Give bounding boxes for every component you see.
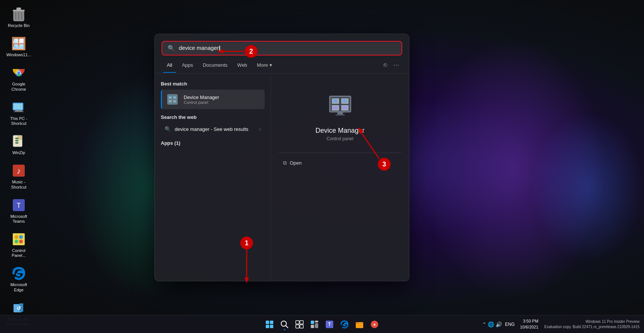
search-results: Best match [155, 76, 409, 281]
svg-rect-82 [356, 322, 359, 324]
svg-rect-10 [13, 104, 22, 110]
tab-more[interactable]: More ▾ [253, 61, 276, 69]
divider [279, 153, 401, 153]
results-left: Best match [155, 76, 271, 281]
web-search-arrow: › [259, 126, 261, 132]
svg-rect-71 [296, 321, 299, 324]
desktop-icon-control-panel[interactable]: Control Panel... [4, 229, 34, 261]
store-taskbar-button[interactable]: ● [368, 318, 381, 331]
desktop-icon-this-pc[interactable]: This PC - Shortcut [4, 97, 34, 129]
teams-taskbar-button[interactable]: T [323, 318, 336, 331]
this-pc-icon [11, 100, 26, 115]
svg-rect-41 [169, 100, 172, 102]
svg-point-8 [17, 71, 20, 74]
volume-icon[interactable]: 🔊 [496, 321, 502, 327]
edge-taskbar-button[interactable] [338, 318, 351, 331]
start-menu: 🔍 device manager All Apps Documents Web … [154, 34, 409, 281]
lang-indicator[interactable]: ENG [505, 322, 515, 327]
windows11-label: Windows11... [6, 52, 31, 57]
chrome-icon [11, 65, 26, 80]
search-bar[interactable]: 🔍 device manager [162, 41, 402, 56]
svg-rect-73 [296, 325, 299, 328]
svg-point-24 [19, 235, 23, 239]
svg-point-52 [343, 99, 346, 102]
svg-text:♪: ♪ [17, 166, 21, 176]
chrome-label: Google Chrome [5, 82, 32, 92]
tray-icons: ⌃ 🌐 🔊 [482, 321, 502, 327]
control-panel-label: Control Panel... [5, 248, 32, 258]
svg-point-23 [15, 235, 18, 239]
winzip-label: WinZip [12, 150, 25, 155]
clock-area[interactable]: 3:50 PM 10/6/2021 [517, 318, 538, 330]
windows11-icon: 🪟 [11, 36, 26, 51]
search-input-value[interactable]: device manager [179, 45, 396, 51]
start-button[interactable] [263, 318, 276, 331]
svg-rect-56 [335, 114, 345, 116]
teams-label: Microsoft Teams [5, 214, 32, 224]
web-search-icon: 🔍 [165, 126, 171, 132]
control-panel-icon [11, 232, 26, 247]
taskbar: T ● [0, 315, 644, 333]
desktop-icon-edge[interactable]: Microsoft Edge [4, 263, 34, 295]
svg-rect-78 [315, 323, 318, 328]
win-build-text: Evaluation copy. Build 22471.rs_prerelea… [544, 324, 640, 330]
svg-point-43 [169, 97, 171, 98]
search-button[interactable] [278, 318, 291, 331]
desktop-icon-teams[interactable]: T Microsoft Teams [4, 195, 34, 227]
desktop-icon-windows11[interactable]: 🪟 Windows11... [4, 33, 34, 60]
desktop-icon-chrome[interactable]: Google Chrome [4, 62, 34, 94]
filter-tabs-right: ⎋ ⋯ [382, 60, 401, 70]
backup-icon: ↺ [11, 300, 26, 315]
web-search-text: device manager - See web results [175, 126, 255, 132]
desktop: Recycle Bin 🪟 Windows11... Google Chrome [0, 0, 644, 333]
svg-rect-2 [16, 8, 21, 10]
device-manager-small-icon [166, 93, 179, 106]
open-icon: ⧉ [283, 160, 287, 166]
desktop-icon-winzip[interactable]: WinZip [4, 131, 34, 158]
widgets-button[interactable] [308, 318, 321, 331]
tab-apps[interactable]: Apps [178, 61, 197, 69]
svg-point-26 [19, 240, 23, 243]
svg-line-70 [286, 326, 288, 328]
network-icon[interactable]: 🌐 [488, 321, 494, 327]
web-search-item[interactable]: 🔍 device manager - See web results › [161, 123, 265, 135]
results-right: Device Manager Control panel ⧉ Open [271, 76, 409, 281]
chevron-up-icon[interactable]: ⌃ [482, 322, 486, 327]
tab-all[interactable]: All [163, 61, 176, 69]
file-explorer-button[interactable] [353, 318, 366, 331]
bg-glow-blue [532, 112, 644, 262]
svg-rect-76 [315, 321, 318, 322]
winzip-icon [11, 134, 26, 149]
svg-text:T: T [17, 202, 21, 209]
taskbar-right: ⌃ 🌐 🔊 ENG 3:50 PM 10/6/2021 Windows 11 P… [482, 318, 640, 330]
desktop-icon-recycle-bin[interactable]: Recycle Bin [4, 4, 34, 31]
this-pc-label: This PC - Shortcut [5, 116, 32, 126]
apps-section-label: Apps (1) [161, 140, 265, 146]
filter-tabs: All Apps Documents Web More ▾ ⎋ ⋯ [155, 60, 409, 74]
desktop-icon-music[interactable]: ♪ Music - Shortcut [4, 160, 34, 192]
svg-rect-38 [167, 94, 178, 105]
best-match-item[interactable]: Device Manager Control panel [161, 90, 265, 109]
device-manager-large-icon [325, 92, 355, 122]
best-match-text: Device Manager Control panel [184, 94, 219, 105]
edge-label: Microsoft Edge [5, 282, 32, 292]
tab-documents[interactable]: Documents [199, 61, 231, 69]
svg-rect-55 [337, 112, 343, 114]
open-label: Open [290, 160, 302, 166]
svg-point-44 [174, 97, 175, 98]
task-view-button[interactable] [293, 318, 306, 331]
open-button[interactable]: ⧉ Open [279, 157, 401, 169]
svg-point-51 [334, 99, 337, 102]
more-options-icon[interactable]: ⋯ [392, 60, 401, 70]
right-panel-subtitle: Control panel [326, 136, 353, 141]
share-icon[interactable]: ⎋ [382, 60, 389, 70]
best-match-label: Best match [161, 81, 265, 87]
svg-text:↺: ↺ [16, 305, 21, 311]
svg-rect-54 [343, 106, 347, 109]
svg-rect-77 [311, 325, 314, 328]
clock-time: 3:50 PM [523, 318, 538, 324]
search-bar-icon: 🔍 [168, 45, 175, 52]
recycle-bin-label: Recycle Bin [8, 23, 30, 28]
tab-web[interactable]: Web [234, 61, 251, 69]
svg-text:T: T [328, 322, 331, 327]
